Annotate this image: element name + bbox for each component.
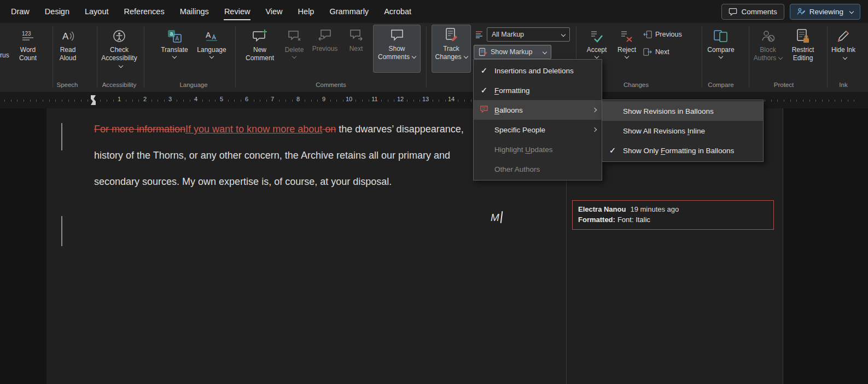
menu-item-label: Highlight Updates [494, 146, 553, 154]
check-icon: ✓ [481, 66, 488, 75]
chevron-down-icon [561, 32, 566, 37]
tab-draw[interactable]: Draw [3, 0, 37, 23]
menu-item-formatting[interactable]: ✓ Formatting [474, 80, 602, 100]
read-aloud-button[interactable]: A Read Aloud [54, 26, 81, 62]
restrict-editing-button[interactable]: Restrict Editing [787, 26, 819, 62]
group-divider [97, 26, 97, 88]
new-comment-button[interactable]: New Comment [243, 26, 277, 62]
check-icon: ✓ [609, 146, 616, 155]
track-changes-button[interactable]: Track Changes [432, 25, 470, 72]
check-accessibility-button[interactable]: Check Accessibility [98, 26, 140, 71]
chevron-down-icon [209, 54, 214, 59]
menu-item-show-only-formatting-in-balloons[interactable]: ✓ Show Only Formatting in Balloons [602, 141, 763, 160]
tab-review[interactable]: Review [217, 0, 258, 23]
menu-item-other-authors[interactable]: Other Authors [474, 159, 602, 179]
menu-item-label: Balloons [494, 106, 523, 114]
word-count-label: Word Count [12, 46, 44, 62]
tab-layout[interactable]: Layout [77, 0, 116, 23]
chevron-down-icon [625, 54, 629, 59]
chevron-down-icon [412, 54, 416, 59]
menu-item-specific-people[interactable]: Specific People [474, 120, 602, 139]
menu-item-label: Insertions and Deletions [494, 67, 574, 75]
menu-item-show-revisions-in-balloons[interactable]: Show Revisions in Balloons [602, 101, 763, 121]
previous-comment-button[interactable]: Previous [311, 28, 339, 53]
menu-item-insertions-and-deletions[interactable]: ✓ Insertions and Deletions [474, 61, 602, 80]
ruler-number: 4 [192, 96, 200, 102]
svg-text:a: a [170, 31, 173, 37]
block-authors-button[interactable]: Block Authors [752, 26, 784, 62]
show-markup-label: Show Markup [491, 48, 532, 56]
group-label-accessibility: Accessibility [97, 82, 142, 88]
document-text[interactable]: For more informationIf you want to know … [94, 116, 464, 195]
ruler-number: 14 [447, 96, 455, 102]
svg-text:A: A [176, 36, 179, 42]
next-comment-icon [349, 28, 363, 43]
menu-item-show-all-revisions-inline[interactable]: Show All Revisions Inline [602, 121, 763, 141]
translate-button[interactable]: aA Translate [159, 26, 190, 58]
delete-comment-icon [287, 28, 301, 44]
next-change-button[interactable]: Next [643, 48, 669, 56]
restrict-editing-icon [796, 28, 810, 44]
deleted-text: on [322, 124, 336, 135]
thesaurus-button-partial[interactable]: rus [0, 51, 9, 59]
tab-design[interactable]: Design [37, 0, 77, 23]
tab-mailings[interactable]: Mailings [172, 0, 217, 23]
chevron-down-icon [778, 55, 783, 60]
language-icon: A [205, 28, 219, 44]
translate-label: Translate [161, 46, 188, 54]
reject-button[interactable]: Reject [613, 26, 640, 58]
show-markup-button[interactable]: Show Markup [474, 45, 551, 59]
balloons-icon [480, 105, 488, 115]
menu-item-balloons[interactable]: Balloons [474, 100, 602, 120]
display-for-review-select[interactable]: All Markup [487, 27, 570, 42]
next-change-icon [643, 48, 652, 56]
group-label-changes: Changes [613, 82, 660, 88]
revision-balloon[interactable]: Electra Nanou19 minutes ago Formatted:Fo… [572, 200, 774, 230]
accept-icon [590, 28, 604, 44]
show-comments-button[interactable]: Show Comments [374, 25, 420, 72]
check-accessibility-label: Check Accessibility [101, 46, 137, 62]
group-label-speech: Speech [49, 82, 85, 88]
tab-references[interactable]: References [116, 0, 172, 23]
chevron-down-icon [118, 63, 123, 68]
next-comment-button[interactable]: Next [343, 28, 369, 53]
show-comments-label: Show Comments [378, 45, 410, 61]
paragraph-2[interactable]: M [491, 211, 502, 224]
group-divider [749, 26, 749, 88]
read-aloud-icon: A [61, 28, 75, 44]
display-for-review-icon [475, 30, 483, 39]
read-aloud-label: Read Aloud [54, 46, 81, 62]
ruler-number: 9 [320, 96, 328, 102]
ruler-number: 13 [422, 96, 429, 102]
tab-view[interactable]: View [258, 0, 290, 23]
check-icon: ✓ [481, 85, 488, 95]
reviewing-button-label: Reviewing [809, 8, 843, 16]
group-label-ink: Ink [829, 82, 858, 88]
titlebar-actions: Comments Reviewing [721, 4, 868, 20]
hide-ink-button[interactable]: Hide Ink [829, 26, 858, 62]
previous-change-button[interactable]: Previous [643, 30, 682, 39]
delete-comment-button[interactable]: Delete [281, 26, 307, 58]
block-authors-label: Block Authors [754, 46, 776, 62]
translate-icon: aA [167, 28, 182, 44]
menu-item-highlight-updates[interactable]: Highlight Updates [474, 139, 602, 159]
accept-button[interactable]: Accept [581, 26, 612, 58]
balloon-change-detail: Font: Italic [617, 216, 650, 224]
changed-line-bar [61, 216, 62, 246]
hide-ink-icon [836, 28, 850, 44]
comments-button[interactable]: Comments [721, 4, 784, 20]
word-window: Draw Design Layout References Mailings R… [0, 0, 868, 384]
reviewing-button[interactable]: Reviewing [790, 4, 860, 20]
compare-button[interactable]: Compare [705, 26, 737, 58]
group-divider [53, 26, 53, 88]
accessibility-icon [112, 28, 126, 44]
language-button[interactable]: A Language [195, 26, 228, 58]
tab-acrobat[interactable]: Acrobat [376, 0, 419, 23]
text-line-3: secondary sources. My own expertise is, … [94, 168, 464, 195]
chevron-down-icon [849, 9, 854, 14]
show-comments-icon [389, 27, 405, 43]
tab-help[interactable]: Help [290, 0, 322, 23]
menu-item-label: Show Only Formatting in Balloons [623, 147, 734, 155]
word-count-button[interactable]: 123 Word Count [12, 26, 44, 62]
tab-grammarly[interactable]: Grammarly [322, 0, 376, 23]
